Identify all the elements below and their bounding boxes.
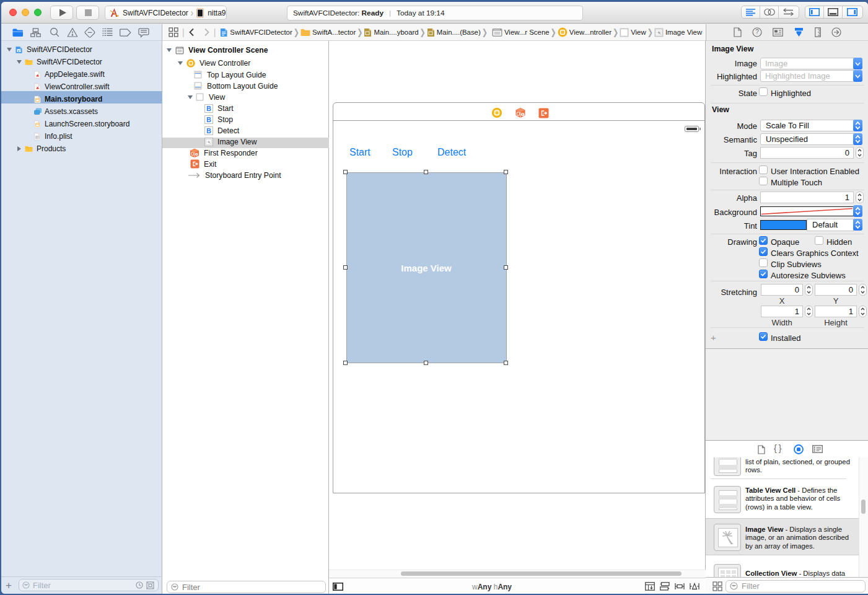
svg-text:?: ? bbox=[755, 29, 759, 35]
svg-text:B: B bbox=[206, 105, 211, 112]
svg-text:B: B bbox=[206, 116, 211, 123]
svg-text:B: B bbox=[206, 127, 211, 134]
